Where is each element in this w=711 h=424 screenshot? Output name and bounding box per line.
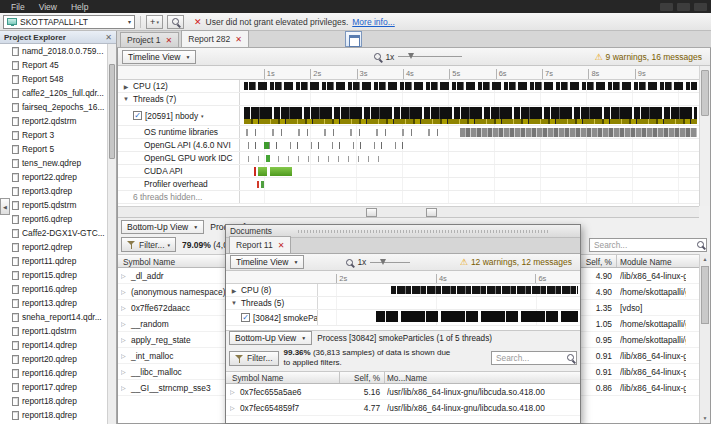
- project-list-item[interactable]: report2.qdstrm: [0, 114, 107, 128]
- project-list-item[interactable]: sneha_report14.qdr...: [0, 310, 107, 324]
- project-list-item[interactable]: report22.qdrep: [0, 170, 107, 184]
- project-list-item[interactable]: report18.qdrep: [0, 408, 107, 422]
- timeline-ruler[interactable]: 1s2s3s4s5s6s7s8s9s: [118, 66, 699, 80]
- maximize-button[interactable]: [677, 3, 690, 11]
- zoom-slider-thumb[interactable]: [380, 259, 386, 265]
- expander-icon[interactable]: ▼: [230, 300, 238, 306]
- column-divider[interactable]: [384, 372, 385, 383]
- scroll-up-icon[interactable]: ▲: [700, 254, 710, 262]
- project-list-item[interactable]: report6.qdrep: [0, 212, 107, 226]
- column-symbol-name[interactable]: Symbol Name: [232, 374, 283, 383]
- project-list-item[interactable]: Report 5: [0, 142, 107, 156]
- tools-button[interactable]: [167, 15, 184, 29]
- filter-button[interactable]: Filter...: [229, 351, 279, 366]
- timeline-row-label[interactable]: ▼Threads (7): [118, 93, 240, 105]
- project-list-item[interactable]: report17.qdrep: [0, 380, 107, 394]
- timeline-track[interactable]: [318, 310, 580, 325]
- timeline-track[interactable]: [240, 93, 699, 105]
- scrollbar-thumb[interactable]: [701, 70, 709, 116]
- timeline-track[interactable]: [240, 106, 699, 125]
- dropdown-caret-icon[interactable]: ▾: [201, 113, 204, 119]
- column-divider[interactable]: [339, 372, 340, 383]
- expander-icon[interactable]: ▷: [121, 288, 128, 295]
- expander-icon[interactable]: ▷: [121, 368, 128, 375]
- project-list-item[interactable]: Report 548: [0, 72, 107, 86]
- column-module-name[interactable]: Module Name: [620, 257, 672, 267]
- project-list-item[interactable]: report3.qdrep: [0, 184, 107, 198]
- project-list-item[interactable]: report2.qdrep: [0, 240, 107, 254]
- timeline-track[interactable]: [240, 126, 699, 138]
- filter-button[interactable]: Filter... ▾: [121, 237, 176, 252]
- scrollbar-thumb[interactable]: [701, 266, 709, 324]
- project-list-item[interactable]: report18.qdrep: [0, 394, 107, 408]
- project-list-item[interactable]: namd_2018.0.0.759...: [0, 44, 107, 58]
- project-list-item[interactable]: report20.qdrep: [0, 352, 107, 366]
- timeline-row-label[interactable]: OpenGL API (4.6.0 NVI: [118, 139, 240, 151]
- expander-icon[interactable]: ▷: [121, 352, 128, 359]
- close-icon[interactable]: ✕: [166, 36, 173, 45]
- expander-icon[interactable]: ▷: [121, 304, 128, 311]
- zoom-slider[interactable]: [370, 262, 410, 263]
- pane-view-selector-dropdown[interactable]: Bottom-Up View ▼: [121, 220, 204, 234]
- zoom-slider-thumb[interactable]: [408, 53, 414, 59]
- add-target-button[interactable]: + ▾: [146, 15, 163, 29]
- timeline-row-label[interactable]: OS runtime libraries: [118, 126, 240, 138]
- expander-icon[interactable]: ▷: [121, 384, 128, 391]
- pane-view-selector-dropdown[interactable]: Bottom-Up View ▼: [229, 331, 312, 345]
- view-selector-dropdown[interactable]: Timeline View ▼: [230, 255, 304, 269]
- tab-report-11[interactable]: Report 11 ✕: [229, 236, 291, 253]
- timeline-track[interactable]: [240, 191, 699, 203]
- search-input[interactable]: [589, 238, 707, 252]
- minimize-button[interactable]: [660, 3, 673, 11]
- project-list-item[interactable]: fairseq_2epochs_16...: [0, 100, 107, 114]
- checkbox[interactable]: ✓: [133, 111, 142, 120]
- timeline-track[interactable]: [240, 178, 699, 190]
- timeline-track[interactable]: [240, 80, 699, 92]
- project-list-item[interactable]: tens_new.qdrep: [0, 156, 107, 170]
- table-scrollbar[interactable]: ▲ ▼: [699, 254, 710, 423]
- project-list-item[interactable]: Caffe2-DGX1V-GTC...: [0, 226, 107, 240]
- timeline-row-label[interactable]: Profiler overhead: [118, 178, 240, 190]
- splitter-handle[interactable]: [426, 208, 437, 217]
- expander-icon[interactable]: ▷: [121, 336, 128, 343]
- messages-link[interactable]: ⚠ 9 warnings, 16 messages: [595, 52, 706, 62]
- expander-icon[interactable]: ▷: [121, 320, 128, 327]
- timeline-track[interactable]: [240, 165, 699, 177]
- table-row[interactable]: ▷0x7fec654859f74.77/usr/lib/x86_64-linux…: [226, 400, 580, 416]
- project-list-item[interactable]: report13.qdrep: [0, 296, 107, 310]
- timeline-track[interactable]: [318, 284, 580, 296]
- table-row[interactable]: ▷0x7fec655a5ae65.16/usr/lib/x86_64-linux…: [226, 384, 580, 400]
- menu-item-help[interactable]: Help: [64, 2, 95, 12]
- timeline-row-label[interactable]: ✓[30842] smokeParticles: [226, 310, 318, 325]
- zoom-slider[interactable]: [398, 56, 462, 57]
- menu-item-view[interactable]: View: [32, 2, 64, 12]
- close-icon[interactable]: ✕: [105, 33, 112, 42]
- menu-item-file[interactable]: File: [4, 2, 32, 12]
- drag-grip[interactable]: [298, 230, 550, 233]
- checkbox[interactable]: ✓: [241, 313, 250, 322]
- splitter-handle[interactable]: [366, 208, 377, 217]
- column-symbol-name[interactable]: Symbol Name: [123, 257, 175, 267]
- timeline-row-label[interactable]: ▶CPU (8): [226, 284, 318, 296]
- search-input[interactable]: [491, 351, 577, 365]
- close-icon[interactable]: ✕: [278, 241, 285, 250]
- project-list-item[interactable]: Report 3: [0, 128, 107, 142]
- scroll-down-icon[interactable]: ▼: [700, 413, 710, 421]
- project-list-item[interactable]: report14.qdrep: [0, 338, 107, 352]
- dock-handle-left[interactable]: ◀: [0, 198, 10, 215]
- project-list-item[interactable]: report16.qdrep: [0, 366, 107, 380]
- scrollbar-thumb[interactable]: [109, 64, 115, 159]
- project-list-item[interactable]: report15.qdrep: [0, 268, 107, 282]
- timeline-row-label[interactable]: ▶CPU (12): [118, 80, 240, 92]
- timeline-row-label[interactable]: CUDA API: [118, 165, 240, 177]
- tab-project-1[interactable]: Project 1✕: [120, 32, 179, 47]
- expander-icon[interactable]: ▶: [230, 287, 238, 294]
- host-selector[interactable]: SKOTTAPALLI-LT ▾: [3, 15, 135, 29]
- column-self-percent[interactable]: Self, %: [582, 257, 612, 267]
- tab-report-282[interactable]: Report 282✕: [181, 30, 249, 47]
- timeline-scrollbar[interactable]: [699, 66, 710, 206]
- timeline-track[interactable]: [240, 139, 699, 151]
- timeline-track[interactable]: [240, 152, 699, 164]
- timeline-row-label[interactable]: ✓[20591] nbody▾: [118, 106, 240, 125]
- expander-icon[interactable]: ▷: [121, 272, 128, 279]
